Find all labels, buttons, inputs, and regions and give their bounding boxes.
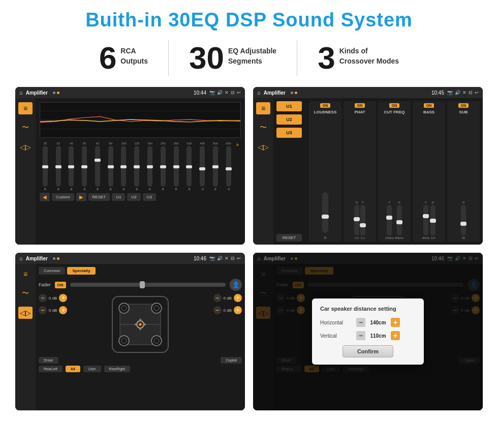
phat-on[interactable]: ON (355, 103, 365, 108)
btn-user[interactable]: User (83, 366, 101, 372)
slider-track-100[interactable] (121, 146, 126, 187)
spec-home-icon[interactable]: ⌂ (19, 255, 23, 261)
bass-f-slider[interactable] (423, 205, 428, 235)
c-back-icon[interactable]: ↩ (475, 90, 479, 95)
eq-val-40: 0 (71, 188, 72, 191)
vertical-minus-btn[interactable]: − (356, 331, 365, 340)
db-minus-rl[interactable]: − (39, 306, 47, 314)
s-close-icon[interactable]: ✕ (225, 256, 229, 261)
c-eq-icon[interactable]: ≡ (256, 102, 270, 114)
phat-f-val: 2.1 (361, 236, 365, 240)
eq-sidebar-speaker-icon[interactable]: ◁▷ (18, 141, 33, 153)
sp-wave-icon[interactable]: 〜 (18, 287, 33, 300)
sp-eq-icon[interactable]: ≡ (18, 268, 33, 280)
cutfreq-f-slider[interactable] (387, 205, 392, 235)
db-plus-fr[interactable]: + (234, 294, 242, 302)
sp-speaker-icon[interactable]: ◁▷ (18, 307, 33, 319)
eq-sidebar-wave-icon[interactable]: 〜 (18, 122, 33, 134)
eq-u2-btn[interactable]: U2 (127, 193, 140, 201)
eq-slider-500: 500 0 (210, 142, 221, 191)
slider-track-40[interactable] (69, 146, 74, 187)
fader-on-badge[interactable]: ON (55, 282, 66, 288)
eq-u1-btn[interactable]: U1 (112, 193, 125, 201)
tab-common[interactable]: Common (39, 267, 65, 275)
slider-track-50[interactable] (82, 146, 87, 187)
crossover-reset-btn[interactable]: RESET (276, 234, 302, 242)
db-minus-rr[interactable]: − (213, 306, 222, 314)
slider-track-200[interactable] (161, 146, 166, 187)
loudness-min: 0 (324, 236, 326, 240)
s-minimize-icon[interactable]: ⊟ (231, 256, 235, 261)
horizontal-plus-btn[interactable]: + (391, 318, 400, 327)
eq-reset-btn[interactable]: RESET (88, 193, 110, 201)
horizontal-minus-btn[interactable]: − (356, 318, 365, 327)
preset-u1[interactable]: U1 (276, 101, 302, 111)
slider-track-630[interactable] (226, 146, 231, 187)
cutfreq-on[interactable]: ON (389, 103, 400, 108)
btn-copilot[interactable]: Copilot (221, 357, 242, 364)
fader-slider[interactable] (70, 283, 226, 287)
slider-track-400[interactable] (200, 146, 205, 187)
slider-track-125[interactable] (134, 146, 139, 187)
db-plus-fl[interactable]: + (59, 294, 67, 302)
freq-100: 100 (121, 142, 126, 145)
bass-g-slider[interactable] (430, 205, 435, 235)
eq-play-btn[interactable]: ▶ (76, 193, 86, 201)
slider-track-250[interactable] (174, 146, 179, 187)
sub-on[interactable]: ON (458, 103, 469, 108)
preset-u3[interactable]: U3 (276, 128, 302, 138)
c-close-icon[interactable]: ✕ (462, 90, 466, 95)
tab-specialty[interactable]: Specialty (67, 267, 95, 275)
slider-thumb-125 (134, 165, 140, 168)
eq-u3-btn[interactable]: U3 (143, 193, 156, 201)
slider-track-25[interactable] (43, 146, 48, 187)
minimize-icon[interactable]: ⊟ (231, 90, 235, 95)
eq-custom-btn[interactable]: Custom (52, 193, 74, 201)
eq-val-630: -1 (227, 188, 230, 191)
crossover-time: 10:45 (431, 90, 444, 96)
db-minus-fl[interactable]: − (39, 294, 47, 302)
panel-cutfreq: ON CUT FREQ F 100Hz (378, 101, 411, 242)
slider-track-500[interactable] (213, 146, 218, 187)
expand-btn[interactable]: » (234, 142, 241, 147)
cutfreq-g-slider[interactable] (397, 205, 402, 235)
crossover-home-icon[interactable]: ⌂ (257, 89, 261, 96)
sub-g-slider[interactable] (461, 205, 466, 235)
btn-rearright[interactable]: RearRight (104, 366, 131, 372)
db-plus-rl[interactable]: + (59, 306, 67, 314)
eq-sidebar-eq-icon[interactable]: ≡ (18, 102, 33, 114)
phat-f-slider[interactable] (360, 205, 365, 235)
profile-btn[interactable]: 👤 (230, 279, 242, 291)
slider-track-320[interactable] (186, 146, 192, 187)
btn-driver[interactable]: Driver (39, 357, 58, 364)
slider-track-160[interactable] (147, 146, 152, 187)
cutfreq-label: CUT FREQ (384, 110, 405, 114)
phat-g-slider[interactable] (354, 205, 359, 235)
slider-thumb-80 (108, 165, 114, 168)
loudness-on[interactable]: ON (320, 103, 331, 108)
confirm-button[interactable]: Confirm (343, 345, 393, 357)
btn-rearleft[interactable]: RearLeft (39, 366, 63, 372)
c-speaker-icon[interactable]: ◁▷ (256, 141, 270, 153)
loudness-slider[interactable] (322, 192, 328, 233)
s-back-icon[interactable]: ↩ (237, 256, 241, 261)
db-plus-rr[interactable]: + (234, 306, 242, 314)
bass-on[interactable]: ON (424, 103, 434, 108)
vertical-plus-btn[interactable]: + (391, 331, 400, 340)
db-control-rr: − 0 dB + (213, 306, 242, 314)
slider-thumb-160 (147, 165, 153, 168)
btn-all[interactable]: All (66, 366, 80, 372)
eq-main: 25 0 32 (36, 98, 245, 245)
preset-u2[interactable]: U2 (276, 114, 302, 125)
c-minimize-icon[interactable]: ⊟ (469, 90, 473, 95)
slider-track-80[interactable] (108, 146, 113, 187)
home-icon[interactable]: ⌂ (19, 89, 23, 96)
slider-track-32[interactable] (56, 146, 61, 187)
slider-track-63[interactable] (95, 146, 100, 187)
close-icon[interactable]: ✕ (225, 90, 229, 95)
back-icon[interactable]: ↩ (237, 90, 241, 95)
eq-prev-btn[interactable]: ◀ (40, 193, 50, 201)
db-minus-fr[interactable]: − (213, 294, 222, 302)
c-wave-icon[interactable]: 〜 (256, 122, 270, 134)
slider-thumb-32 (55, 165, 61, 168)
